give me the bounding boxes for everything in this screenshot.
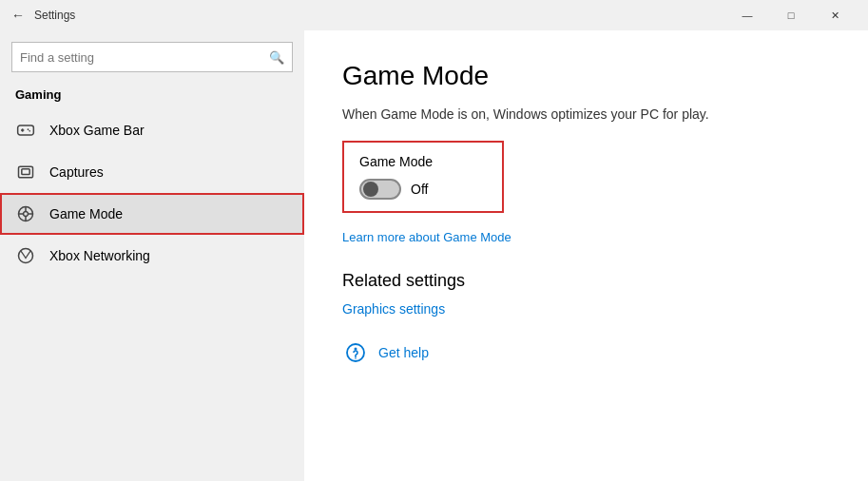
content-area: Game Mode When Game Mode is on, Windows …	[304, 30, 868, 481]
get-help-icon	[342, 339, 369, 366]
page-description: When Game Mode is on, Windows optimizes …	[342, 106, 830, 122]
search-input[interactable]	[20, 50, 269, 65]
close-button[interactable]: ✕	[813, 0, 857, 30]
title-bar: ← Settings — □ ✕	[0, 0, 868, 30]
search-icon: 🔍	[269, 50, 284, 65]
gamepad-icon	[15, 121, 36, 140]
svg-rect-0	[18, 125, 34, 135]
page-title: Game Mode	[342, 61, 830, 91]
svg-point-4	[29, 130, 30, 132]
xbox-icon	[15, 246, 36, 265]
game-mode-box: Game Mode Off	[342, 141, 504, 213]
svg-point-15	[355, 348, 357, 351]
back-button[interactable]: ←	[11, 8, 25, 23]
game-mode-toggle[interactable]	[359, 179, 401, 200]
svg-rect-6	[22, 169, 29, 175]
capture-icon	[15, 163, 36, 182]
game-mode-icon	[15, 204, 36, 223]
toggle-row: Off	[359, 179, 487, 200]
window-title: Settings	[34, 9, 725, 22]
sidebar-item-xbox-game-bar[interactable]: Xbox Game Bar	[0, 109, 304, 151]
maximize-button[interactable]: □	[769, 0, 813, 30]
minimize-button[interactable]: —	[725, 0, 769, 30]
toggle-state-label: Off	[411, 182, 428, 197]
svg-point-13	[19, 249, 33, 263]
sidebar: 🔍 Gaming Xbox Game Bar	[0, 30, 304, 481]
window-controls: — □ ✕	[725, 0, 857, 30]
get-help-label[interactable]: Get help	[378, 345, 429, 360]
svg-point-8	[24, 212, 29, 217]
svg-point-3	[28, 128, 29, 130]
sidebar-item-captures-label: Captures	[49, 164, 104, 180]
sidebar-item-xbox-networking[interactable]: Xbox Networking	[0, 235, 304, 277]
sidebar-item-captures[interactable]: Captures	[0, 151, 304, 193]
svg-point-17	[355, 357, 357, 359]
learn-more-link[interactable]: Learn more about Game Mode	[342, 230, 511, 244]
sidebar-item-game-mode[interactable]: Game Mode	[0, 193, 304, 235]
related-settings-title: Related settings	[342, 271, 830, 291]
toggle-knob	[363, 182, 378, 197]
sidebar-item-xbox-game-bar-label: Xbox Game Bar	[49, 123, 145, 138]
main-layout: 🔍 Gaming Xbox Game Bar	[0, 30, 868, 481]
get-help-row[interactable]: Get help	[342, 339, 830, 366]
sidebar-section-label: Gaming	[0, 84, 304, 109]
sidebar-item-game-mode-label: Game Mode	[49, 206, 123, 221]
search-box[interactable]: 🔍	[11, 42, 293, 72]
graphics-settings-link[interactable]: Graphics settings	[342, 301, 445, 317]
game-mode-box-label: Game Mode	[359, 154, 487, 169]
sidebar-item-xbox-networking-label: Xbox Networking	[49, 248, 150, 263]
